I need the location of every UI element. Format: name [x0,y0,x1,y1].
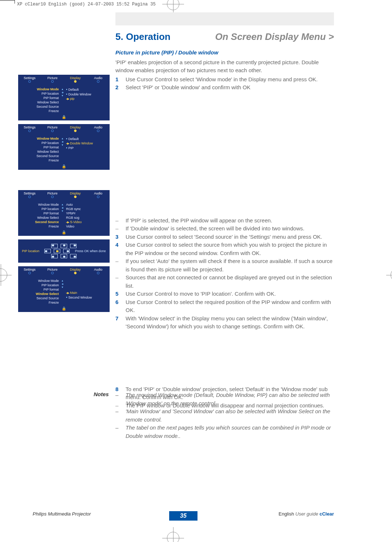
option-current: S-Video [66,220,107,224]
menu-item: PIP format [21,287,59,292]
nav-arrows-icon: ▲◈▼ [61,279,64,305]
dash-text: If 'PIP' is selected, the PIP window wil… [126,217,334,225]
dash: – [115,225,126,233]
step-num: 5 [115,290,126,298]
step-text: Use Cursor Control to select the require… [126,298,334,315]
intro-paragraph: 'PIP' enables projection of a second pic… [115,58,334,75]
menu-item: PIP location [21,283,59,287]
menu-item-selected: Window Mode [21,87,59,91]
osd-pip-location: PIP location Press OK when done [18,239,110,263]
tab-display: Display [64,75,87,83]
menu-item: Window Select [21,149,59,154]
step-text: With 'Window select' in the Display menu… [126,315,334,331]
menu-item: Window Mode [21,202,59,207]
pip-position-selected [54,249,60,253]
option-current: Double Window [66,141,107,145]
osd-menu-3: Settings Picture Display Audio Window Mo… [18,190,110,236]
tab-settings: Settings [18,75,41,83]
tab-settings: Settings [18,190,41,199]
section-title: On Screen Display Menu > [215,31,334,42]
osd-menu-2: Settings Picture Display Audio Window Mo… [18,124,110,170]
step-text: Use Cursor control to select 'Second sou… [126,233,334,241]
step-text: Use Cursor Control to select 'Window mod… [126,75,334,84]
notes-section: Notes –The required Window mode (Default… [94,391,334,440]
tab-settings: Settings [18,266,41,275]
registration-mark-right [391,268,392,282]
menu-item: Second Source [21,296,59,300]
nav-arrows-icon: ▲◈▼ [61,136,64,163]
dash-text: Sources that are not connected or cannot… [126,274,334,290]
page-number: 35 [169,511,197,521]
option: PIP [66,145,107,150]
dash-text: If you select 'Auto' the system will che… [126,257,334,274]
menu-item: PIP location [21,91,59,96]
footer-right: English User guide cClear [278,511,334,517]
tab-display: Display [64,190,87,199]
crop-header-text: XP cClear10 English (good) 24-07-2003 15… [17,2,156,7]
heading-row: 5. Operation On Screen Display Menu > [115,31,334,42]
nav-arrows-icon: ▲◈▼ [61,202,64,229]
lock-icon: 🔒 [62,115,66,119]
dash-text: If 'Double window' is selected, the scre… [126,225,334,233]
menu-item-selected: Second Source [21,220,59,224]
tab-settings: Settings [18,124,41,133]
menu-item: Window Select [21,100,59,104]
menu-item: Freeze [21,109,59,113]
step-num: 1 [115,75,126,84]
subheading: Picture in picture (PIP) / Double window [115,49,334,57]
option: Second Window [66,295,107,300]
tab-picture: Picture [41,266,64,275]
menu-item: Freeze [21,158,59,163]
osd-menus-column: Settings Picture Display Audio Window Mo… [18,75,110,316]
option-current: pip [66,97,107,101]
step-list: 1Use Cursor Control to select 'Window mo… [115,75,334,92]
menu-item: Second Source [21,154,59,158]
chapter-title: 5. Operation [115,31,171,42]
menu-item: PIP format [21,96,59,100]
footer: Philips Multimedia Projector 35 English … [33,511,334,517]
dash-list: –If 'PIP' is selected, the PIP window wi… [115,217,334,233]
dash: – [115,274,126,290]
lock-icon: 🔒 [62,307,66,311]
option: RGB sync [66,207,107,211]
osd-menu-4: Settings Picture Display Audio Window Mo… [18,266,110,312]
tab-audio: Audio [87,124,110,133]
crop-mark [0,0,15,1]
note-text: The tabel on the next pages tells you wh… [126,424,334,440]
menu-item: PIP format [21,145,59,149]
tab-audio: Audio [87,266,110,275]
lock-icon: 🔒 [62,230,66,234]
tab-picture: Picture [41,190,64,199]
step-num: 3 [115,233,126,241]
option: Default [66,136,107,141]
menu-item-selected: Window Select [21,292,59,296]
step-num: 6 [115,298,126,315]
menu-item-selected: Window Mode [21,136,59,141]
menu-item: Second Source [21,104,59,109]
step-num: 2 [115,83,126,92]
option: Auto [66,202,107,207]
dash: – [115,391,126,407]
option-current: Main [66,291,107,295]
option: Video [66,224,107,229]
dash: – [115,407,126,424]
crop-mark [15,0,15,4]
tab-display: Display [64,124,87,133]
menu-item: Window Select [21,215,59,220]
page: 5. Operation On Screen Display Menu > Pi… [14,9,377,530]
pip-location-label: PIP location [22,249,40,253]
menu-item: Freeze [21,300,59,305]
tab-audio: Audio [87,75,110,83]
notes-label: Notes [94,391,115,440]
menu-item: PIP location [21,207,59,211]
lock-icon: 🔒 [62,164,66,168]
step-num: 7 [115,315,126,331]
menu-item: Freeze [21,224,59,229]
footer-left: Philips Multimedia Projector [33,511,91,517]
note-text: 'Main Window' and 'Second Window' can al… [126,407,334,424]
menu-item: PIP location [21,141,59,145]
option: RGB sog [66,215,107,220]
tab-audio: Audio [87,190,110,199]
menu-item: PIP format [21,211,59,215]
registration-mark-left [0,268,7,282]
